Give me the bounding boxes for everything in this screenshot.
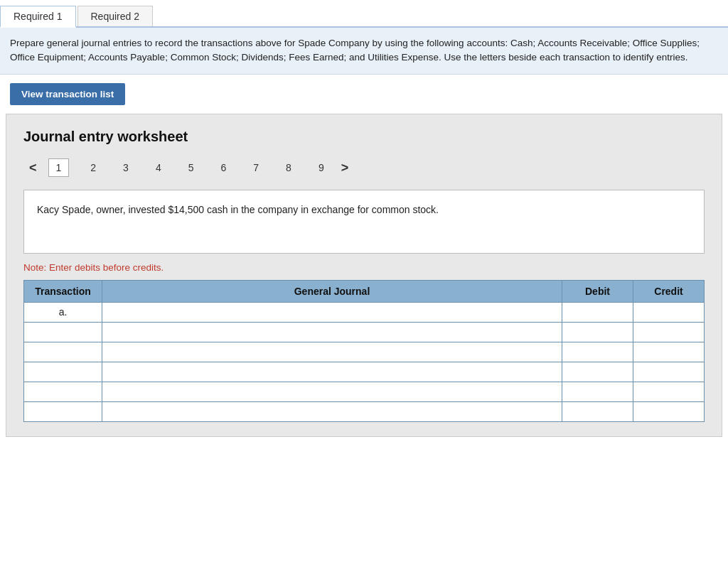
- credit-input-1[interactable]: [633, 303, 704, 322]
- journal-input-5[interactable]: [102, 382, 562, 401]
- journal-cell-2[interactable]: [102, 322, 562, 342]
- debit-cell-1[interactable]: [562, 302, 633, 322]
- table-row: [24, 362, 705, 382]
- instructions-box: Prepare general journal entries to recor…: [0, 28, 728, 75]
- credit-cell-5[interactable]: [633, 382, 705, 401]
- nav-page-8[interactable]: 8: [280, 159, 297, 176]
- credit-input-4[interactable]: [633, 362, 704, 382]
- journal-cell-4[interactable]: [102, 362, 562, 382]
- worksheet-title: Journal entry worksheet: [23, 129, 705, 145]
- journal-cell-3[interactable]: [102, 342, 562, 362]
- transaction-label-3: [24, 342, 102, 362]
- nav-page-9[interactable]: 9: [313, 159, 330, 176]
- note-text: Note: Enter debits before credits.: [23, 262, 705, 273]
- debit-input-3[interactable]: [562, 342, 633, 362]
- journal-cell-5[interactable]: [102, 382, 562, 401]
- credit-cell-3[interactable]: [633, 342, 705, 362]
- nav-page-4[interactable]: 4: [150, 159, 167, 176]
- debit-cell-4[interactable]: [562, 362, 633, 382]
- transaction-label-1: a.: [24, 302, 102, 322]
- debit-input-4[interactable]: [562, 362, 633, 382]
- view-transaction-button[interactable]: View transaction list: [10, 83, 125, 105]
- journal-cell-1[interactable]: [102, 302, 562, 322]
- tab-required-2[interactable]: Required 2: [77, 6, 154, 26]
- nav-next-button[interactable]: >: [336, 158, 355, 178]
- journal-cell-6[interactable]: [102, 401, 562, 421]
- credit-input-3[interactable]: [633, 342, 704, 362]
- worksheet-container: Journal entry worksheet < 1 2 3 4 5 6 7 …: [6, 114, 722, 437]
- credit-cell-6[interactable]: [633, 401, 705, 421]
- transaction-label-6: [24, 401, 102, 421]
- credit-cell-1[interactable]: [633, 302, 705, 322]
- debit-input-6[interactable]: [562, 402, 633, 421]
- debit-input-1[interactable]: [562, 303, 633, 322]
- debit-cell-6[interactable]: [562, 401, 633, 421]
- transaction-description-text: Kacy Spade, owner, invested $14,500 cash…: [37, 204, 439, 215]
- nav-pages: 1 2 3 4 5 6 7 8 9: [48, 158, 330, 177]
- transaction-label-4: [24, 362, 102, 382]
- tab-required-1[interactable]: Required 1: [0, 6, 76, 28]
- instructions-text: Prepare general journal entries to recor…: [10, 38, 700, 63]
- credit-cell-4[interactable]: [633, 362, 705, 382]
- journal-input-1[interactable]: [102, 303, 562, 322]
- nav-page-6[interactable]: 6: [215, 159, 232, 176]
- nav-page-3[interactable]: 3: [117, 159, 134, 176]
- credit-cell-2[interactable]: [633, 322, 705, 342]
- debit-cell-2[interactable]: [562, 322, 633, 342]
- journal-input-3[interactable]: [102, 342, 562, 362]
- transaction-label-2: [24, 322, 102, 342]
- journal-table: Transaction General Journal Debit Credit…: [23, 280, 705, 422]
- debit-cell-3[interactable]: [562, 342, 633, 362]
- table-row: [24, 401, 705, 421]
- nav-page-5[interactable]: 5: [183, 159, 200, 176]
- tabs-container: Required 1 Required 2: [0, 0, 728, 28]
- journal-input-4[interactable]: [102, 362, 562, 382]
- nav-page-1[interactable]: 1: [48, 158, 70, 177]
- credit-input-6[interactable]: [633, 402, 704, 421]
- table-row: [24, 322, 705, 342]
- transaction-label-5: [24, 382, 102, 401]
- nav-page-7[interactable]: 7: [247, 159, 264, 176]
- nav-bar: < 1 2 3 4 5 6 7 8 9 >: [23, 158, 705, 178]
- col-header-credit: Credit: [633, 280, 705, 302]
- nav-page-2[interactable]: 2: [85, 159, 102, 176]
- debit-cell-5[interactable]: [562, 382, 633, 401]
- col-header-debit: Debit: [562, 280, 633, 302]
- debit-input-5[interactable]: [562, 382, 633, 401]
- journal-input-6[interactable]: [102, 402, 562, 421]
- table-row: a.: [24, 302, 705, 322]
- debit-input-2[interactable]: [562, 323, 633, 342]
- col-header-journal: General Journal: [102, 280, 562, 302]
- table-row: [24, 342, 705, 362]
- journal-input-2[interactable]: [102, 323, 562, 342]
- nav-prev-button[interactable]: <: [23, 158, 43, 178]
- credit-input-2[interactable]: [633, 323, 704, 342]
- table-row: [24, 382, 705, 401]
- transaction-description: Kacy Spade, owner, invested $14,500 cash…: [23, 190, 705, 254]
- col-header-transaction: Transaction: [24, 280, 102, 302]
- credit-input-5[interactable]: [633, 382, 704, 401]
